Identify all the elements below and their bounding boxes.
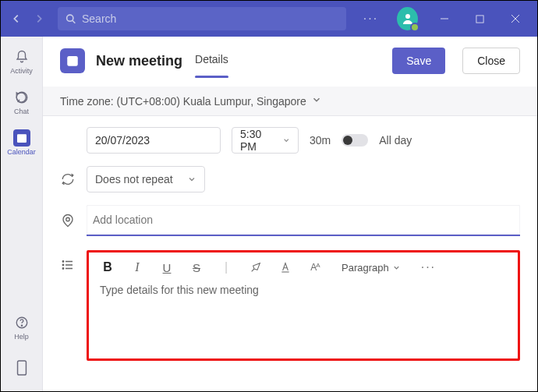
svg-rect-10 xyxy=(69,59,76,61)
svg-point-15 xyxy=(62,268,64,270)
repeat-value: Does not repeat xyxy=(95,173,173,185)
nav-item-device[interactable] xyxy=(2,349,42,387)
window-minimize-button[interactable] xyxy=(429,7,460,30)
window-maximize-button[interactable] xyxy=(465,7,496,30)
svg-point-1 xyxy=(405,14,410,19)
description-editor[interactable]: B I U S | AA Paragraph xyxy=(87,250,520,361)
nav-label: Chat xyxy=(14,108,29,115)
editor-placeholder: Type details for this new meeting xyxy=(100,284,259,296)
divider: | xyxy=(218,260,234,274)
chevron-down-icon xyxy=(311,94,322,108)
bold-button[interactable]: B xyxy=(100,260,115,274)
font-color-button[interactable] xyxy=(278,261,293,274)
nav-item-activity[interactable]: Activity xyxy=(2,43,42,80)
repeat-row: Does not repeat xyxy=(60,166,520,192)
date-time-row: 20/07/2023 5:30 PM 30m All day xyxy=(60,127,520,154)
device-icon xyxy=(13,359,30,376)
nav-item-help[interactable]: Help xyxy=(2,309,42,346)
list-icon xyxy=(60,258,76,361)
nav-item-calendar[interactable]: Calendar xyxy=(2,124,42,161)
location-input[interactable]: Add location xyxy=(87,205,520,236)
close-button[interactable]: Close xyxy=(462,48,520,74)
nav-label: Calendar xyxy=(7,148,36,156)
page-title: New meeting xyxy=(96,53,182,69)
bell-icon xyxy=(13,48,30,65)
svg-rect-11 xyxy=(69,62,76,63)
presence-badge xyxy=(410,23,419,32)
user-avatar[interactable] xyxy=(397,7,418,30)
editor-body[interactable]: Type details for this new meeting xyxy=(89,279,518,358)
underline-button[interactable]: U xyxy=(159,261,175,274)
all-day-label: All day xyxy=(379,134,412,147)
time-field[interactable]: 5:30 PM xyxy=(232,127,299,154)
svg-rect-2 xyxy=(476,15,483,22)
svg-rect-9 xyxy=(67,56,78,66)
chevron-down-icon xyxy=(282,136,290,145)
title-more-button[interactable]: ··· xyxy=(356,12,386,26)
calendar-icon xyxy=(13,129,30,147)
svg-point-14 xyxy=(62,264,64,266)
location-placeholder: Add location xyxy=(93,214,153,226)
time-value: 5:30 PM xyxy=(240,128,276,153)
help-icon xyxy=(13,314,30,331)
left-nav: Activity Chat Calendar Help xyxy=(1,37,43,391)
nav-label: Activity xyxy=(10,67,33,75)
search-box[interactable] xyxy=(58,7,346,30)
all-day-toggle[interactable] xyxy=(342,134,368,147)
timezone-row[interactable]: Time zone: (UTC+08:00) Kuala Lumpur, Sin… xyxy=(43,87,537,116)
search-icon xyxy=(65,13,76,24)
nav-label: Help xyxy=(14,333,29,341)
nav-back-button[interactable] xyxy=(7,9,25,29)
duration-label: 30m xyxy=(310,134,331,147)
save-button[interactable]: Save xyxy=(392,48,445,74)
search-input[interactable] xyxy=(82,12,338,25)
font-size-button[interactable]: AA xyxy=(307,262,323,273)
italic-button[interactable]: I xyxy=(129,260,145,274)
nav-forward-button[interactable] xyxy=(30,9,48,29)
tab-details[interactable]: Details xyxy=(195,53,228,69)
window-close-button[interactable] xyxy=(500,7,531,30)
chevron-down-icon xyxy=(187,175,196,184)
location-row: Add location xyxy=(60,205,520,236)
title-bar: ··· xyxy=(1,1,537,37)
svg-point-12 xyxy=(66,217,70,221)
strike-button[interactable]: S xyxy=(189,261,204,274)
page-header: New meeting Details Save Close xyxy=(43,37,537,80)
description-row: B I U S | AA Paragraph xyxy=(60,250,520,361)
svg-rect-8 xyxy=(17,361,26,375)
repeat-icon xyxy=(60,172,76,186)
toolbar-more-button[interactable]: ··· xyxy=(421,260,436,274)
nav-item-chat[interactable]: Chat xyxy=(2,83,42,121)
svg-point-0 xyxy=(66,15,73,21)
svg-rect-5 xyxy=(17,134,27,136)
location-icon xyxy=(60,214,76,228)
chat-icon xyxy=(13,89,30,106)
paragraph-label: Paragraph xyxy=(342,262,389,274)
repeat-select[interactable]: Does not repeat xyxy=(87,166,205,192)
content-area: New meeting Details Save Close Time zone… xyxy=(43,37,537,391)
chevron-down-icon xyxy=(392,263,401,272)
meeting-icon xyxy=(60,48,85,73)
editor-toolbar: B I U S | AA Paragraph xyxy=(89,253,518,279)
svg-point-7 xyxy=(21,325,22,326)
date-field[interactable]: 20/07/2023 xyxy=(87,127,221,154)
highlight-button[interactable] xyxy=(248,261,264,274)
svg-point-13 xyxy=(62,261,64,263)
date-value: 20/07/2023 xyxy=(95,134,150,147)
paragraph-select[interactable]: Paragraph xyxy=(342,262,401,274)
timezone-label: Time zone: (UTC+08:00) Kuala Lumpur, Sin… xyxy=(60,95,306,108)
